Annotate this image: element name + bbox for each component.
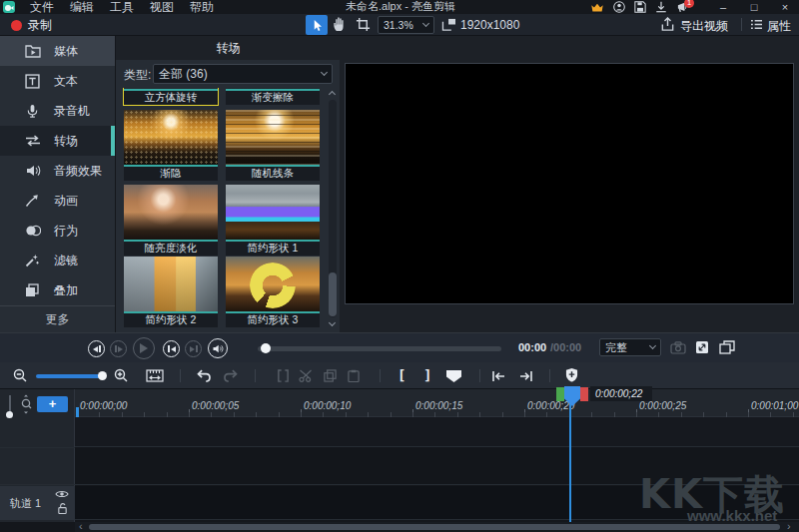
sidebar-more-button[interactable]: 更多 [0,305,115,332]
sidebar-item-filters[interactable]: 滤镜 [0,246,115,275]
mark-out-button[interactable]: ] [423,369,431,382]
transition-item-cube-rotate[interactable]: 立方体旋转 [124,88,218,105]
track1-header[interactable]: 轨道 1 [0,486,75,520]
app-logo-icon [3,1,15,13]
next-frame-button[interactable] [110,340,127,357]
minimize-button[interactable]: – [712,0,734,14]
record-button[interactable]: 录制 [28,17,52,34]
add-track-button[interactable]: + [37,396,68,412]
split-clip-icon[interactable] [276,369,291,382]
go-to-end-button[interactable] [185,340,202,357]
announcement-icon[interactable]: 1 [676,1,689,13]
scroll-right-icon[interactable]: › [787,520,791,532]
fullscreen-icon[interactable] [695,340,709,354]
transition-thumbnail [226,110,320,165]
transition-item-simple-shape-3[interactable]: 简约形状 3 [226,257,320,327]
transition-item-gradient-wipe[interactable]: 渐变擦除 [226,88,320,105]
copy-icon[interactable] [324,369,337,382]
playhead-line[interactable] [569,403,571,522]
grid-scrollbar-thumb[interactable] [329,272,337,316]
sidebar-item-text[interactable]: 文本 [0,66,115,96]
menu-file[interactable]: 文件 [22,0,62,14]
transition-thumbnail [124,110,218,165]
fit-timeline-icon[interactable] [146,369,164,382]
properties-button[interactable]: 属性 [767,18,791,35]
preview-canvas[interactable] [345,63,794,304]
mark-in-button[interactable]: [ [398,369,405,382]
playhead-out-handle[interactable] [580,387,588,401]
transition-item-luminance-fade[interactable]: 随亮度淡化 [124,185,218,256]
speaker-icon [25,163,41,179]
sidebar-item-animation[interactable]: 动画 [0,186,115,216]
timeline-zoom-slider-track[interactable] [36,374,104,378]
transition-item-random-lines[interactable]: 随机线条 [226,110,320,181]
timeline-track-lane[interactable] [75,417,799,447]
snapshot-camera-icon[interactable] [670,341,686,354]
menu-help[interactable]: 帮助 [182,0,222,14]
sidebar-item-audio-effects[interactable]: 音频效果 [0,156,115,186]
sidebar-item-recorder[interactable]: 录音机 [0,96,115,126]
properties-icon [750,19,763,30]
sidebar-item-transitions[interactable]: 转场 [0,126,115,156]
menu-edit[interactable]: 编辑 [62,0,102,14]
scroll-down-icon[interactable] [329,319,336,326]
playback-bar: 00:00 /00:00 完整 [0,332,799,362]
zoom-in-icon[interactable] [114,368,128,382]
next-marker-button[interactable] [518,370,533,382]
record-icon [11,20,22,31]
timeline-zoom-slider-thumb[interactable] [98,371,107,380]
track-lock-icon[interactable] [57,502,68,515]
transition-item-simple-shape-2[interactable]: 简约形状 2 [124,257,218,327]
text-icon [25,74,41,89]
sidebar-item-media[interactable]: 媒体 [0,36,115,66]
previous-frame-button[interactable] [88,340,105,357]
crop-tool-button[interactable] [356,17,371,32]
scroll-left-icon[interactable]: ‹ [79,520,83,532]
hand-tool-button[interactable] [332,16,349,33]
redo-button[interactable] [223,369,240,382]
menu-view[interactable]: 视图 [142,0,182,14]
sidebar-item-overlay[interactable]: 叠加 [0,275,115,305]
track-visibility-eye-icon[interactable] [55,489,69,499]
maximize-button[interactable]: □ [743,0,765,14]
volume-button[interactable] [208,338,228,358]
previous-marker-button[interactable] [491,370,506,382]
cut-scissors-icon[interactable] [299,369,313,382]
panel-title: 转场 [116,36,341,60]
seek-slider-thumb[interactable] [261,343,271,353]
track-height-slider-thumb[interactable] [6,411,13,418]
transition-item-simple-shape-1[interactable]: 简约形状 1 [226,185,320,256]
canvas-size-icon [441,18,456,31]
undo-button[interactable] [195,369,212,382]
paste-icon[interactable] [348,369,360,382]
menu-tools[interactable]: 工具 [102,0,142,14]
stacked-squares-icon [25,283,41,297]
vertical-zoom-icon[interactable] [20,394,32,414]
seek-slider-track[interactable] [258,346,501,351]
play-button[interactable] [133,337,155,359]
transition-item-fade[interactable]: 渐隐 [124,110,218,181]
watermark-url: www.kkx.net [687,507,777,524]
scroll-up-icon[interactable] [329,91,336,98]
account-icon[interactable] [613,1,625,13]
go-to-start-button[interactable] [163,340,180,357]
timeline-scrollbar-thumb[interactable] [89,524,780,530]
save-icon[interactable] [634,1,646,13]
export-video-button[interactable]: 导出视频 [680,18,728,35]
zoom-out-icon[interactable] [13,368,27,382]
sidebar: 媒体 文本 录音机 转场 音频效果 动画 行为 滤镜 [0,36,115,332]
close-button[interactable]: × [774,0,796,14]
transitions-icon [25,135,41,147]
download-icon[interactable] [655,1,667,13]
type-filter-select[interactable]: 全部 (36) [153,64,333,84]
vip-crown-icon[interactable] [590,2,604,13]
detach-window-icon[interactable] [719,340,735,354]
playhead-in-handle[interactable] [556,387,564,401]
zoom-level-select[interactable]: 31.3% [378,16,434,34]
timeline-ruler[interactable]: 0:00:00;00 0:00:00;05 0:00:00;10 0:00:00… [75,389,799,417]
select-tool-button[interactable] [306,15,328,35]
marker-flag-icon[interactable] [446,370,461,382]
sidebar-item-behavior[interactable]: 行为 [0,216,115,246]
view-mode-select[interactable]: 完整 [599,338,661,356]
add-marker-shield-icon[interactable] [565,367,578,382]
